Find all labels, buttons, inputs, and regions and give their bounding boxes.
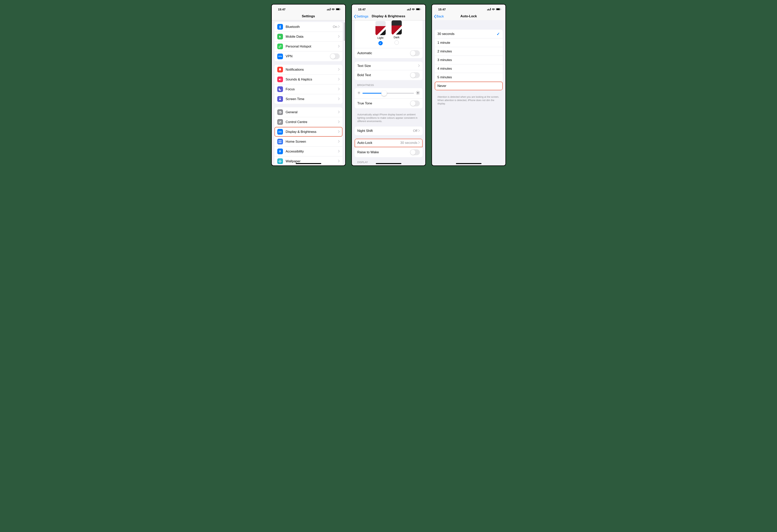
row-sounds-haptics[interactable]: Sounds & Haptics: [274, 75, 342, 85]
speaker-icon: [277, 77, 283, 82]
svg-point-15: [280, 150, 281, 151]
option-label: 4 minutes: [438, 67, 500, 71]
brightness-slider-row[interactable]: [355, 88, 423, 99]
chevron-left-icon: [434, 15, 436, 18]
row-raise-to-wake[interactable]: Raise to Wake: [355, 147, 423, 157]
status-icons: [487, 8, 501, 10]
antenna-icon: [277, 34, 283, 39]
row-text-size[interactable]: Text Size: [355, 61, 423, 70]
hourglass-icon: [277, 96, 283, 102]
svg-point-20: [281, 161, 282, 162]
page-title: Display & Brightness: [372, 14, 405, 18]
vpn-toggle[interactable]: [330, 53, 340, 59]
svg-line-35: [359, 94, 360, 94]
row-home-screen[interactable]: Home Screen: [274, 137, 342, 147]
chevron-right-icon: [338, 35, 340, 39]
svg-rect-0: [327, 9, 328, 10]
row-automatic[interactable]: Automatic: [355, 48, 423, 58]
cellular-icon: [407, 8, 411, 10]
option-label: Never: [438, 84, 500, 88]
group-device: General Control Centre AA Display & Brig…: [274, 107, 342, 165]
option-label: 30 seconds: [438, 32, 496, 36]
appearance-dark[interactable]: Dark: [392, 20, 402, 45]
svg-rect-23: [408, 9, 409, 10]
dark-radio[interactable]: [395, 40, 399, 45]
settings-scroll[interactable]: Bluetooth On Mobile Data Personal Hotspo…: [272, 20, 345, 165]
svg-point-19: [279, 161, 280, 162]
svg-rect-25: [410, 8, 411, 10]
row-screen-time[interactable]: Screen Time: [274, 94, 342, 104]
row-label: Night Shift: [357, 129, 413, 133]
svg-rect-11: [279, 140, 280, 141]
check-icon: ✓: [496, 32, 500, 36]
svg-rect-22: [407, 9, 408, 10]
bold-text-toggle[interactable]: [410, 72, 420, 78]
brightness-slider[interactable]: [362, 93, 414, 94]
row-label: VPN: [286, 54, 330, 58]
back-button[interactable]: Settings: [354, 14, 368, 18]
battery-icon: [336, 8, 341, 10]
bell-icon: [277, 67, 283, 73]
true-tone-toggle[interactable]: [410, 101, 420, 106]
row-label: General: [286, 110, 338, 114]
row-accessibility[interactable]: Accessibility: [274, 147, 342, 156]
svg-rect-52: [496, 8, 500, 10]
row-display-brightness[interactable]: AA Display & Brightness: [274, 127, 342, 137]
row-bluetooth[interactable]: Bluetooth On: [274, 22, 342, 32]
autolock-option[interactable]: 30 seconds✓: [435, 30, 503, 38]
row-personal-hotspot[interactable]: Personal Hotspot: [274, 41, 342, 51]
row-label: Wallpaper: [286, 159, 338, 163]
autolock-scroll[interactable]: 30 seconds✓1 minute2 minutes3 minutes4 m…: [432, 20, 506, 165]
status-icons: [327, 8, 341, 10]
appearance-light[interactable]: Light ✓: [375, 21, 385, 45]
chevron-right-icon: [338, 159, 340, 163]
autolock-option[interactable]: 5 minutes: [435, 73, 503, 82]
display-scroll[interactable]: Light ✓ Dark Automatic Text Size Bol: [352, 20, 425, 165]
svg-rect-49: [489, 9, 490, 10]
light-radio[interactable]: ✓: [378, 41, 383, 45]
row-mobile-data[interactable]: Mobile Data: [274, 32, 342, 41]
home-indicator[interactable]: [376, 163, 401, 164]
status-time: 15:47: [278, 8, 286, 11]
row-label: Sounds & Haptics: [286, 78, 338, 82]
home-indicator[interactable]: [456, 163, 481, 164]
scrollbar[interactable]: [344, 22, 345, 41]
svg-rect-24: [409, 9, 410, 10]
raise-to-wake-toggle[interactable]: [410, 149, 420, 155]
row-label: Personal Hotspot: [286, 44, 338, 48]
chevron-right-icon: [338, 140, 340, 144]
appearance-label: Dark: [392, 36, 402, 39]
group-appearance: Light ✓ Dark Automatic: [355, 20, 423, 58]
svg-line-43: [417, 92, 417, 92]
autolock-option[interactable]: 2 minutes: [435, 47, 503, 56]
row-notifications[interactable]: Notifications: [274, 65, 342, 75]
row-wallpaper[interactable]: Wallpaper: [274, 156, 342, 165]
row-vpn[interactable]: VPN VPN: [274, 51, 342, 61]
svg-rect-27: [416, 8, 420, 10]
row-night-shift[interactable]: Night Shift Off: [355, 127, 423, 135]
back-button[interactable]: Back: [434, 14, 444, 18]
row-control-centre[interactable]: Control Centre: [274, 117, 342, 127]
row-true-tone[interactable]: True Tone: [355, 99, 423, 108]
row-auto-lock[interactable]: Auto-Lock 30 seconds: [355, 139, 423, 147]
option-label: 1 minute: [438, 41, 500, 45]
autolock-option[interactable]: 4 minutes: [435, 64, 503, 73]
gear-icon: [277, 109, 283, 115]
status-bar: 15:47: [352, 5, 425, 13]
row-general[interactable]: General: [274, 107, 342, 117]
autolock-option[interactable]: Never: [435, 82, 503, 90]
toggles-icon: [277, 119, 283, 125]
chevron-right-icon: [338, 110, 340, 114]
home-indicator[interactable]: [296, 163, 321, 164]
status-bar: 15:47: [432, 5, 506, 13]
row-bold-text[interactable]: Bold Text: [355, 70, 423, 80]
option-label: 3 minutes: [438, 58, 500, 62]
row-focus[interactable]: Focus: [274, 85, 342, 94]
slider-knob[interactable]: [381, 91, 387, 96]
row-label: Automatic: [357, 51, 410, 55]
svg-point-17: [280, 160, 281, 161]
autolock-option[interactable]: 1 minute: [435, 38, 503, 47]
sun-high-icon: [416, 91, 420, 96]
automatic-toggle[interactable]: [410, 50, 420, 56]
autolock-option[interactable]: 3 minutes: [435, 56, 503, 64]
